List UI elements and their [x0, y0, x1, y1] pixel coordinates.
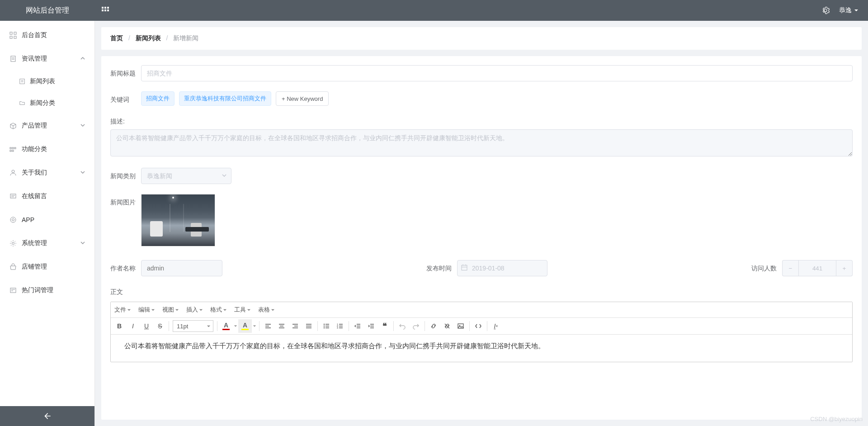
redo-button[interactable] — [409, 319, 423, 333]
grid-icon — [102, 7, 109, 14]
publish-date-picker[interactable] — [457, 260, 547, 276]
svg-rect-17 — [12, 147, 14, 149]
sidebar-item-dashboard[interactable]: 后台首页 — [0, 24, 94, 47]
category-label: 新闻类别 — [110, 168, 141, 184]
sidebar-item-app[interactable]: APP — [0, 208, 94, 232]
sidebar-item-shop-mgmt[interactable]: 店铺管理 — [0, 255, 94, 279]
undo-button[interactable] — [396, 319, 409, 333]
tag-icon — [9, 286, 17, 294]
align-left-button[interactable] — [261, 319, 275, 333]
editor-menu-view[interactable]: 视图 — [159, 303, 183, 317]
svg-rect-1 — [104, 7, 106, 9]
link-button[interactable] — [427, 319, 440, 333]
views-decrease-button[interactable]: − — [782, 260, 798, 276]
sidebar-subitem-news-list[interactable]: 新闻列表 — [0, 71, 94, 92]
svg-rect-22 — [10, 194, 16, 198]
sidebar: 后台首页 资讯管理 新闻列表 新闻分类 产品管理 — [0, 21, 95, 426]
sidebar-item-about[interactable]: 关于我们 — [0, 161, 94, 185]
sidebar-item-product-mgmt[interactable]: 产品管理 — [0, 114, 94, 137]
views-increase-button[interactable]: + — [836, 260, 853, 276]
sidebar-item-label: 资讯管理 — [22, 55, 80, 63]
sidebar-item-system-mgmt[interactable]: 系统管理 — [0, 232, 94, 255]
indent-button[interactable] — [364, 319, 378, 333]
publish-date-value — [457, 260, 547, 276]
editor-menu-format[interactable]: 格式 — [207, 303, 231, 317]
submenu-news: 新闻列表 新闻分类 — [0, 71, 94, 114]
highlight-color-dropdown[interactable] — [252, 324, 257, 328]
sidebar-collapse-button[interactable] — [0, 406, 94, 426]
clear-format-button[interactable]: I× — [489, 319, 503, 333]
image-label: 新闻图片 — [110, 194, 141, 210]
underline-button[interactable]: U — [140, 319, 153, 333]
sidebar-item-hotword-mgmt[interactable]: 热门词管理 — [0, 279, 94, 302]
chevron-down-icon — [80, 169, 85, 176]
keyword-tag[interactable]: 招商文件 — [141, 91, 175, 106]
sidebar-item-news-mgmt[interactable]: 资讯管理 — [0, 47, 94, 71]
editor-menu-tools[interactable]: 工具 — [231, 303, 255, 317]
breadcrumb-separator: / — [166, 34, 168, 42]
editor-menu-file[interactable]: 文件 — [111, 303, 135, 317]
user-name: 恭逸 — [839, 6, 852, 14]
image-button[interactable] — [454, 319, 467, 333]
author-input[interactable] — [141, 260, 222, 276]
code-button[interactable] — [472, 319, 485, 333]
svg-rect-10 — [11, 56, 15, 62]
align-right-button[interactable] — [288, 319, 302, 333]
keyword-tag[interactable]: 重庆恭逸科技有限公司招商文件 — [179, 91, 271, 106]
category-select[interactable] — [141, 168, 231, 184]
rich-text-editor: 文件 编辑 视图 插入 格式 工具 表格 B I U S 11pt A — [110, 302, 853, 362]
editor-menu-insert[interactable]: 插入 — [183, 303, 207, 317]
category-select-value — [141, 168, 231, 184]
highlight-color-button[interactable]: A — [238, 319, 252, 333]
desc-label: 描述: — [110, 118, 853, 126]
body-label: 正文 — [110, 288, 853, 296]
svg-rect-8 — [10, 36, 12, 38]
sidebar-item-label: 后台首页 — [22, 31, 85, 39]
blockquote-button[interactable]: ❝ — [378, 319, 392, 333]
strikethrough-button[interactable]: S — [153, 319, 167, 333]
editor-content[interactable]: 公司本着将智能健康产品带入千千万万个家庭的目标，在全球各国和地区寻求招商合作，与… — [111, 335, 852, 362]
sidebar-item-label: 功能分类 — [22, 145, 85, 153]
editor-menu-edit[interactable]: 编辑 — [135, 303, 159, 317]
italic-button[interactable]: I — [126, 319, 140, 333]
text-color-dropdown[interactable] — [233, 324, 238, 328]
title-label: 新闻标题 — [110, 65, 141, 81]
title-input[interactable] — [141, 65, 853, 81]
svg-point-25 — [10, 217, 16, 222]
breadcrumb: 首页 / 新闻列表 / 新增新闻 — [101, 27, 862, 50]
text-color-button[interactable]: A — [219, 319, 233, 333]
svg-point-49 — [324, 327, 325, 328]
sidebar-item-messages[interactable]: 在线留言 — [0, 185, 94, 208]
numbered-list-button[interactable]: 123 — [333, 319, 347, 333]
sidebar-subitem-news-category[interactable]: 新闻分类 — [0, 92, 94, 114]
menu-toggle-button[interactable] — [95, 0, 116, 21]
align-center-button[interactable] — [275, 319, 288, 333]
user-menu[interactable]: 恭逸 — [835, 6, 868, 14]
sidebar-item-label: 关于我们 — [22, 169, 80, 177]
align-justify-button[interactable] — [302, 319, 316, 333]
editor-menu-table[interactable]: 表格 — [255, 303, 278, 317]
svg-point-26 — [12, 219, 14, 221]
keywords-label: 关键词 — [110, 91, 141, 108]
views-input[interactable] — [798, 260, 836, 276]
form-card: 新闻标题 关键词 招商文件 重庆恭逸科技有限公司招商文件 + New Keywo… — [101, 56, 862, 420]
bold-button[interactable]: B — [113, 319, 126, 333]
breadcrumb-home[interactable]: 首页 — [110, 34, 123, 42]
bullet-list-button[interactable] — [320, 319, 333, 333]
svg-rect-28 — [10, 288, 16, 293]
sidebar-subitem-label: 新闻分类 — [30, 99, 55, 107]
unlink-button[interactable] — [440, 319, 454, 333]
font-size-select[interactable]: 11pt — [173, 320, 213, 332]
sidebar-item-feature-category[interactable]: 功能分类 — [0, 137, 94, 161]
svg-rect-2 — [107, 7, 109, 9]
new-keyword-button[interactable]: + New Keyword — [276, 91, 329, 106]
settings-button[interactable] — [816, 0, 835, 21]
news-image-thumbnail[interactable] — [141, 194, 215, 246]
svg-rect-0 — [102, 7, 104, 9]
outdent-button[interactable] — [351, 319, 364, 333]
sidebar-item-label: 系统管理 — [22, 239, 80, 247]
chevron-up-icon — [80, 55, 85, 62]
desc-textarea[interactable]: 公司本着将智能健康产品带入千千万万个家庭的目标，在全球各国和地区寻求招商合作，与… — [110, 129, 853, 156]
breadcrumb-news-list[interactable]: 新闻列表 — [136, 34, 161, 42]
svg-rect-4 — [104, 9, 106, 11]
